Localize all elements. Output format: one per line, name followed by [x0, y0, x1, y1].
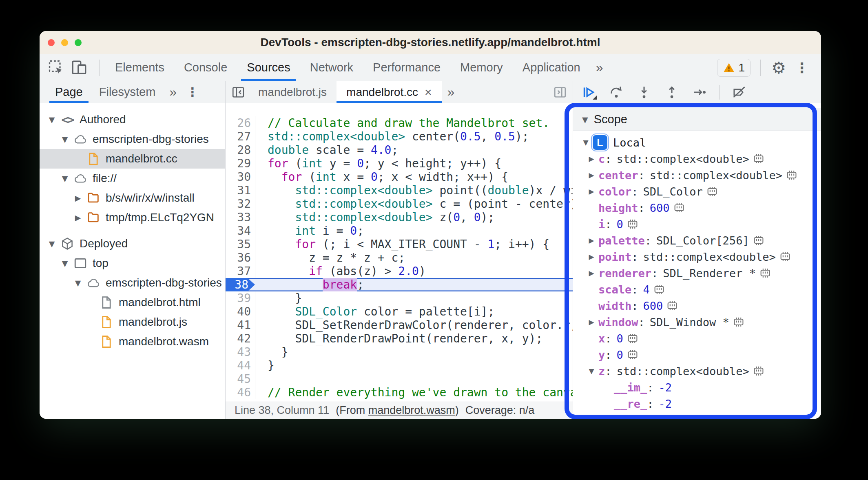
line-number[interactable]: 29 [226, 157, 255, 170]
code-line-text[interactable]: for (int y = 0; y < height; y++) { [255, 157, 573, 170]
memory-inspector-icon[interactable] [666, 300, 678, 312]
wasm-source-link[interactable]: mandelbrot.wasm [368, 404, 455, 416]
line-number[interactable]: 39 [226, 291, 255, 305]
zoom-window-button[interactable] [75, 39, 82, 46]
line-number[interactable]: 36 [226, 251, 255, 264]
tree-item-mandelbrot.wasm[interactable]: mandelbrot.wasm [40, 332, 225, 351]
memory-inspector-icon[interactable] [753, 234, 765, 247]
navigator-tab-filesystem[interactable]: Filesystem [91, 81, 164, 103]
code-line-text[interactable]: double scale = 4.0; [255, 143, 573, 157]
tree-item-mandelbrot.js[interactable]: mandelbrot.js [40, 312, 225, 332]
line-number[interactable]: 45 [226, 372, 255, 386]
code-line-text[interactable]: int i = 0; [255, 224, 573, 238]
code-line-text[interactable]: if (abs(z) > 2.0) [255, 264, 573, 278]
scope-variable-palette[interactable]: ▶palette:SDL_Color[256] [573, 232, 821, 249]
tab-application[interactable]: Application [513, 54, 590, 81]
line-number[interactable]: 37 [226, 264, 255, 278]
memory-inspector-icon[interactable] [759, 267, 771, 279]
memory-inspector-icon[interactable] [753, 153, 765, 165]
memory-inspector-icon[interactable] [779, 251, 791, 263]
minimize-window-button[interactable] [61, 39, 68, 46]
code-line-text[interactable]: } [255, 291, 573, 305]
line-number[interactable]: 43 [226, 345, 255, 359]
scope-variable-window[interactable]: ▶window:SDL_Window * [573, 314, 821, 330]
memory-inspector-icon[interactable] [733, 316, 745, 328]
memory-inspector-icon[interactable] [706, 185, 718, 198]
line-number[interactable]: 30 [226, 170, 255, 184]
tree-item-top[interactable]: ▼top [40, 253, 225, 273]
line-number[interactable]: 42 [226, 332, 255, 345]
code-line-text[interactable]: for (; i < MAX_ITER_COUNT - 1; i++) { [255, 238, 573, 251]
more-options-icon[interactable]: ⋮ [791, 60, 813, 76]
code-line-text[interactable] [255, 372, 573, 386]
code-line-text[interactable]: } [255, 345, 573, 359]
code-line-text[interactable]: SDL_RenderDrawPoint(renderer, x, y); [255, 332, 573, 345]
toggle-debugger-sidebar-icon[interactable] [550, 81, 570, 103]
more-editor-tabs-icon[interactable]: » [442, 81, 461, 103]
device-toolbar-icon[interactable] [71, 59, 88, 76]
line-number[interactable]: 35 [226, 238, 255, 251]
step-out-button[interactable] [664, 84, 680, 100]
scope-variable-center[interactable]: ▶center:std::complex<double> [573, 167, 821, 183]
step-into-button[interactable] [636, 84, 652, 100]
code-line-text[interactable]: SDL_Color color = palette[i]; [255, 305, 573, 318]
memory-inspector-icon[interactable] [753, 365, 765, 377]
scope-variable-c[interactable]: ▶c:std::complex<double> [573, 151, 821, 167]
line-number[interactable]: 31 [226, 184, 255, 197]
code-line-text[interactable]: SDL_SetRenderDrawColor(renderer, color.r… [255, 318, 573, 332]
issues-badge[interactable]: 1 [717, 59, 751, 77]
deactivate-breakpoints-button[interactable] [731, 84, 747, 100]
code-line-text[interactable]: // Calculate and draw the Mandelbrot set… [255, 116, 573, 130]
memory-inspector-icon[interactable] [627, 218, 639, 230]
line-number[interactable]: 44 [226, 359, 255, 372]
more-panels-icon[interactable]: » [590, 60, 609, 75]
tab-performance[interactable]: Performance [363, 54, 450, 81]
navigator-menu-icon[interactable]: ⋮ [182, 81, 203, 103]
step-button[interactable] [691, 84, 708, 100]
line-number[interactable]: 28 [226, 143, 255, 157]
tab-elements[interactable]: Elements [105, 54, 174, 81]
code-line-text[interactable]: std::complex<double> center(0.5, 0.5); [255, 130, 573, 143]
tree-item-b-s-w-ir-x-w-install[interactable]: ▶b/s/w/ir/x/w/install [40, 188, 225, 208]
inspect-element-icon[interactable] [48, 59, 65, 76]
code-line-text[interactable]: // Render everything we've drawn to the … [255, 386, 573, 399]
tab-memory[interactable]: Memory [450, 54, 513, 81]
tree-item-emscripten-dbg-stories[interactable]: ▼emscripten-dbg-stories [40, 129, 225, 149]
close-tab-icon[interactable]: × [425, 85, 432, 99]
memory-inspector-icon[interactable] [627, 332, 639, 344]
scope-local-row[interactable]: ▼LLocal [573, 134, 821, 151]
code-line-text[interactable]: std::complex<double> z(0, 0); [255, 211, 573, 224]
memory-inspector-icon[interactable] [653, 283, 665, 296]
tab-sources[interactable]: Sources [237, 54, 300, 81]
tree-item-file-[interactable]: ▼file:// [40, 169, 225, 188]
tab-console[interactable]: Console [174, 54, 237, 81]
code-line-text[interactable]: for (int x = 0; x < width; x++) { [255, 170, 573, 184]
step-over-button[interactable] [608, 84, 624, 100]
scope-variable-z[interactable]: ▼z:std::complex<double> [573, 363, 821, 379]
code-editor[interactable]: 26// Calculate and draw the Mandelbrot s… [226, 103, 573, 402]
tree-item-deployed[interactable]: ▼Deployed [40, 234, 225, 253]
tree-item-tmp-tmp.elctq2ygn[interactable]: ▶tmp/tmp.ELcTq2YGN [40, 208, 225, 227]
tree-item-authored[interactable]: ▼<>Authored [40, 110, 225, 129]
line-number[interactable]: 27 [226, 130, 255, 143]
editor-tab-mandelbrot-cc[interactable]: mandelbrot.cc× [337, 81, 441, 103]
tree-item-emscripten-dbg-stories[interactable]: ▼emscripten-dbg-stories [40, 273, 225, 293]
line-number[interactable]: 33 [226, 211, 255, 224]
memory-inspector-icon[interactable] [673, 202, 685, 214]
line-number[interactable]: 32 [226, 197, 255, 211]
current-line-number-tag[interactable]: 38 [226, 278, 255, 291]
line-number[interactable]: 41 [226, 318, 255, 332]
code-line-text[interactable]: std::complex<double> point((double)x / w… [255, 184, 573, 197]
editor-tab-mandelbrot-js[interactable]: mandelbrot.js [248, 81, 337, 103]
tree-item-mandelbrot.html[interactable]: mandelbrot.html [40, 293, 225, 312]
line-number[interactable]: 26 [226, 116, 255, 130]
line-number[interactable]: 34 [226, 224, 255, 238]
memory-inspector-icon[interactable] [786, 169, 798, 181]
tab-network[interactable]: Network [300, 54, 363, 81]
code-line-text[interactable]: std::complex<double> c = (point - center… [255, 197, 573, 211]
code-line-text[interactable]: break; [255, 278, 573, 291]
scope-section-header[interactable]: ▼ Scope [573, 108, 821, 131]
close-window-button[interactable] [48, 39, 55, 46]
code-line-text[interactable]: z = z * z + c; [255, 251, 573, 264]
code-line-text[interactable]: } [255, 359, 573, 372]
